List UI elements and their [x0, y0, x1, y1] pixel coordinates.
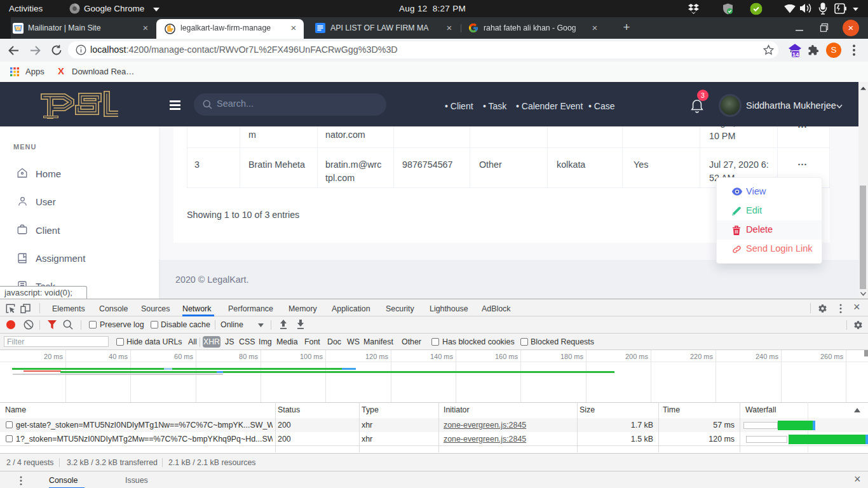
svg-text:W: W: [15, 25, 21, 32]
svg-text:14: 14: [792, 51, 799, 58]
